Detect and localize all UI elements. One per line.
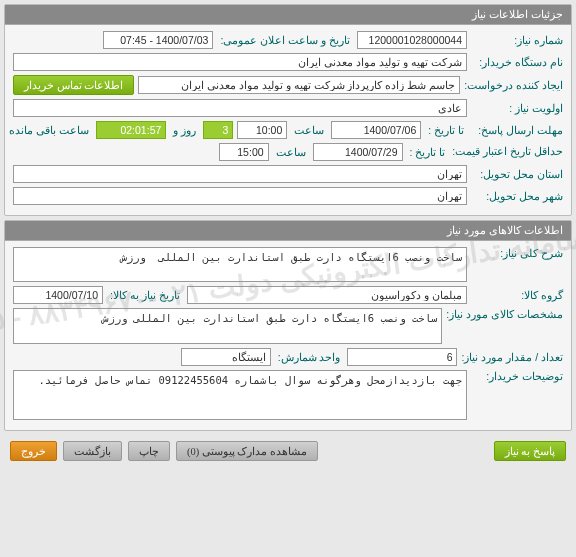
deadline-time-field[interactable] — [237, 121, 287, 139]
days-remaining-field — [203, 121, 233, 139]
label-hours-remaining: ساعت باقی مانده — [6, 124, 92, 136]
goods-info-panel: اطلاعات کالاهای مورد نیاز شرح کلی نیاز: … — [4, 220, 572, 431]
goods-group-field[interactable] — [187, 286, 467, 304]
label-delivery-city: شهر محل تحویل: — [471, 190, 563, 202]
row-request-creator: ایجاد کننده درخواست: اطلاعات تماس خریدار — [13, 75, 563, 95]
exit-button[interactable]: خروج — [10, 441, 57, 461]
row-buyer-notes: توضیحات خریدار: — [13, 370, 563, 420]
label-need-description: شرح کلی نیاز: — [471, 247, 563, 259]
row-need-description: شرح کلی نیاز: — [13, 247, 563, 282]
validity-time-field[interactable] — [219, 143, 269, 161]
label-need-number: شماره نیاز: — [471, 34, 563, 46]
need-number-field[interactable] — [357, 31, 467, 49]
time-remaining-field — [96, 121, 166, 139]
label-price-validity: حداقل تاریخ اعتبار قیمت: — [452, 146, 563, 158]
quantity-field[interactable] — [347, 348, 457, 366]
public-datetime-field[interactable] — [103, 31, 213, 49]
buyer-contact-button[interactable]: اطلاعات تماس خریدار — [13, 75, 134, 95]
print-button[interactable]: چاپ — [128, 441, 170, 461]
label-response-deadline: مهلت ارسال پاسخ: — [471, 124, 563, 136]
label-buyer-org: نام دستگاه خریدار: — [471, 56, 563, 68]
row-response-deadline: مهلت ارسال پاسخ: تا تاریخ : ساعت روز و س… — [13, 121, 563, 139]
label-priority: اولویت نیاز : — [471, 102, 563, 114]
row-goods-spec: مشخصات کالای مورد نیاز: — [13, 308, 563, 343]
label-quantity: تعداد / مقدار مورد نیاز: — [461, 351, 563, 363]
need-date-field[interactable] — [13, 286, 103, 304]
label-goods-group: گروه کالا: — [471, 289, 563, 301]
label-days-and: روز و — [170, 124, 199, 136]
label-unit: واحد شمارش: — [275, 351, 344, 363]
priority-field[interactable] — [13, 99, 467, 117]
label-hour-1: ساعت — [291, 124, 327, 136]
label-buyer-notes: توضیحات خریدار: — [471, 370, 563, 382]
unit-field[interactable] — [181, 348, 271, 366]
reply-need-button[interactable]: پاسخ به نیاز — [494, 441, 566, 461]
buyer-org-field[interactable] — [13, 53, 467, 71]
row-price-validity: حداقل تاریخ اعتبار قیمت: تا تاریخ : ساعت — [13, 143, 563, 161]
row-delivery-city: شهر محل تحویل: — [13, 187, 563, 205]
request-creator-field[interactable] — [138, 76, 460, 94]
row-delivery-province: استان محل تحویل: — [13, 165, 563, 183]
panel-header-2: اطلاعات کالاهای مورد نیاز — [5, 221, 571, 241]
label-hour-2: ساعت — [273, 146, 309, 158]
row-need-number: شماره نیاز: تاریخ و ساعت اعلان عمومی: — [13, 31, 563, 49]
row-priority: اولویت نیاز : — [13, 99, 563, 117]
label-goods-spec: مشخصات کالای مورد نیاز: — [446, 308, 563, 320]
need-description-field[interactable] — [13, 247, 467, 282]
panel-header-1: جزئیات اطلاعات نیاز — [5, 5, 571, 25]
back-button[interactable]: بازگشت — [63, 441, 122, 461]
label-need-date: تاریخ نیاز به کالا: — [107, 289, 183, 301]
label-request-creator: ایجاد کننده درخواست: — [464, 79, 563, 91]
goods-spec-field[interactable] — [13, 308, 442, 343]
label-until-date-1: تا تاریخ : — [425, 124, 467, 136]
row-goods-group: گروه کالا: تاریخ نیاز به کالا: — [13, 286, 563, 304]
row-buyer-org: نام دستگاه خریدار: — [13, 53, 563, 71]
buyer-notes-field[interactable] — [13, 370, 467, 420]
validity-date-field[interactable] — [313, 143, 403, 161]
label-delivery-province: استان محل تحویل: — [471, 168, 563, 180]
label-public-datetime: تاریخ و ساعت اعلان عمومی: — [217, 34, 353, 46]
row-quantity: تعداد / مقدار مورد نیاز: واحد شمارش: — [13, 348, 563, 366]
deadline-date-field[interactable] — [331, 121, 421, 139]
delivery-province-field[interactable] — [13, 165, 467, 183]
button-bar: پاسخ به نیاز مشاهده مدارک پیوستی (0) چاپ… — [0, 435, 576, 467]
label-until-date-2: تا تاریخ : — [407, 146, 449, 158]
view-attachments-button[interactable]: مشاهده مدارک پیوستی (0) — [176, 441, 318, 461]
delivery-city-field[interactable] — [13, 187, 467, 205]
need-details-panel: جزئیات اطلاعات نیاز شماره نیاز: تاریخ و … — [4, 4, 572, 216]
